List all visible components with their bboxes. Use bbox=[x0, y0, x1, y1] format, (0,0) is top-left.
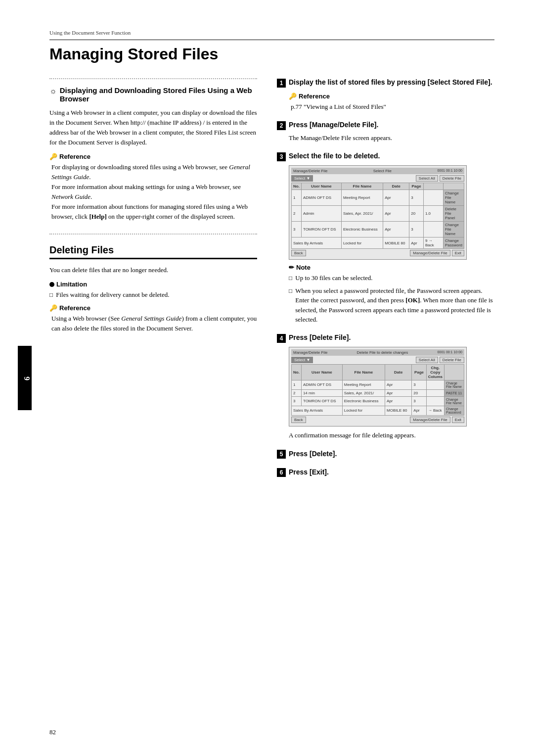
key-icon-3: 🔑 bbox=[289, 93, 297, 100]
step-4-block: 4 Press [Delete File]. Manage/Delete Fil… bbox=[277, 333, 494, 440]
deleting-files-title: Deleting Files bbox=[49, 244, 257, 259]
deleting-files-section: Deleting Files You can delete files that… bbox=[49, 244, 257, 333]
limitation-title: Limitation bbox=[49, 281, 257, 288]
sidebar-number: 6 bbox=[18, 346, 32, 410]
note-title: ✏ Note bbox=[289, 264, 494, 271]
note-item-1: Up to 30 files can be selected. bbox=[289, 273, 494, 283]
reference-title-2: 🔑 Reference bbox=[49, 304, 257, 312]
step1-ref-text: p.77 "Viewing a List of Stored Files" bbox=[291, 102, 494, 112]
step-3-num: 3 bbox=[277, 152, 286, 161]
reference-text-1b: For more information about making settin… bbox=[51, 182, 257, 202]
web-browser-section-title: ☼ Displaying and Downloading Stored File… bbox=[49, 86, 257, 103]
right-column: 1 Display the list of stored files by pr… bbox=[277, 78, 494, 486]
limitation-item: Files waiting for delivery cannot be del… bbox=[49, 290, 257, 300]
step-4-heading: 4 Press [Delete File]. bbox=[277, 333, 494, 343]
step-2-num: 2 bbox=[277, 121, 286, 130]
step-6-heading: 6 Press [Exit]. bbox=[277, 468, 494, 477]
reference-text-1a: For displaying or downloading stored fil… bbox=[51, 162, 257, 182]
step-1-block: 1 Display the list of stored files by pr… bbox=[277, 78, 494, 112]
step-2-block: 2 Press [Manage/Delete File]. The Manage… bbox=[277, 121, 494, 143]
reference-title-1: 🔑 Reference bbox=[49, 153, 257, 160]
bullet-icon bbox=[49, 282, 54, 287]
step-4-num: 4 bbox=[277, 334, 286, 343]
step-1-heading: 1 Display the list of stored files by pr… bbox=[277, 78, 494, 88]
step-6-num: 6 bbox=[277, 468, 286, 477]
two-column-layout: ☼ Displaying and Downloading Stored File… bbox=[49, 78, 494, 486]
step-5-num: 5 bbox=[277, 450, 286, 459]
web-browser-body: Using a Web browser in a client computer… bbox=[49, 108, 257, 148]
reference-text-2: Using a Web browser (See General Setting… bbox=[51, 314, 257, 333]
step-3-note: ✏ Note Up to 30 files can be selected. W… bbox=[289, 264, 494, 325]
limitation-block: Limitation Files waiting for delivery ca… bbox=[49, 281, 257, 300]
page-title: Managing Stored Files bbox=[49, 45, 494, 63]
screen-1: Manage/Delete File Select File 0001 00:1… bbox=[289, 165, 467, 260]
screen-2: Manage/Delete File Delete File to delete… bbox=[289, 347, 467, 426]
note-item-2: When you select a password protected fil… bbox=[289, 286, 494, 325]
page-number: 82 bbox=[49, 728, 56, 736]
step-5-heading: 5 Press [Delete]. bbox=[277, 449, 494, 459]
step-2-heading: 2 Press [Manage/Delete File]. bbox=[277, 121, 494, 130]
reference-block-1: 🔑 Reference For displaying or downloadin… bbox=[49, 153, 257, 222]
step-5-block: 5 Press [Delete]. bbox=[277, 449, 494, 459]
step-3-block: 3 Select the file to be deleted. Manage/… bbox=[277, 152, 494, 325]
reference-text-1c: For more information about functions for… bbox=[51, 202, 257, 222]
step-6-block: 6 Press [Exit]. bbox=[277, 468, 494, 477]
step-3-heading: 3 Select the file to be deleted. bbox=[277, 152, 494, 161]
key-icon-1: 🔑 bbox=[49, 153, 57, 160]
step1-reference: 🔑 Reference p.77 "Viewing a List of Stor… bbox=[289, 93, 494, 112]
sun-icon: ☼ bbox=[49, 87, 57, 95]
step-4-text: A confirmation message for file deleting… bbox=[289, 430, 494, 440]
key-icon-2: 🔑 bbox=[49, 304, 57, 312]
reference-block-2: 🔑 Reference Using a Web browser (See Gen… bbox=[49, 304, 257, 333]
pencil-icon: ✏ bbox=[289, 264, 294, 271]
web-browser-section: ☼ Displaying and Downloading Stored File… bbox=[49, 78, 257, 235]
step1-ref-title: 🔑 Reference bbox=[289, 93, 494, 100]
deleting-body: You can delete files that are no longer … bbox=[49, 265, 257, 275]
left-column: ☼ Displaying and Downloading Stored File… bbox=[49, 78, 257, 486]
step-1-num: 1 bbox=[277, 79, 286, 88]
breadcrumb: Using the Document Server Function bbox=[49, 30, 494, 40]
page: 6 Using the Document Server Function Man… bbox=[0, 0, 534, 756]
step-2-text: The Manage/Delete File screen appears. bbox=[289, 133, 494, 143]
